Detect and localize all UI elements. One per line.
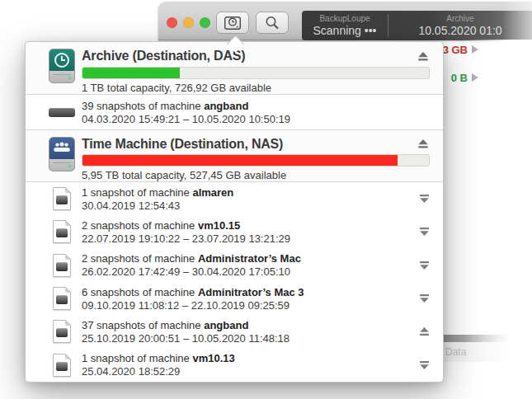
load-snapshots-button[interactable] — [417, 194, 431, 204]
capacity-bar-fill — [82, 155, 398, 166]
snapshot-title: 2 snapshots of machine Administrator’s M… — [82, 251, 417, 265]
snapshot-row-angband[interactable]: 37 snapshots of machine angband 25.10.20… — [26, 315, 443, 348]
machine-name: vm10.15 — [198, 219, 240, 232]
app-status-cell: BackupLoupe Scanning ••• — [302, 11, 388, 40]
load-snapshots-button[interactable] — [417, 261, 431, 270]
snapshot-row-vm10-15[interactable]: 2 snapshots of machine vm10.15 22.07.201… — [26, 215, 443, 248]
machine-name: Adminitrator’s Mac 3 — [198, 286, 304, 298]
edge-fade-overlay — [464, 40, 532, 399]
snapshot-title: 1 snapshot of machine vm10.13 — [82, 351, 417, 365]
snapshot-dates: 26.02.2020 17:42:49 – 30.04.2020 17:05:1… — [82, 265, 417, 279]
window-titlebar: BackupLoupe Scanning ••• Archive 10.05.2… — [158, 2, 532, 40]
network-volume-icon — [49, 137, 75, 171]
search-icon — [263, 14, 281, 32]
snapshot-document-icon — [53, 187, 71, 210]
app-status: Scanning ••• — [313, 24, 377, 37]
snapshot-title: 37 snapshots of machine angband — [82, 318, 417, 332]
snapshot-dates: 22.07.2019 19:10:22 – 23.07.2019 13:21:2… — [82, 232, 417, 246]
snapshot-row-adminitrators-mac-3[interactable]: 6 snapshots of machine Adminitrator’s Ma… — [26, 282, 443, 315]
capacity-label: 1 TB total capacity, 726,92 GB available — [82, 82, 430, 94]
capacity-bar — [82, 67, 430, 79]
destinations-popover: Archive (Destination, DAS) 1 TB total ca… — [25, 41, 444, 383]
capacity-bar-fill — [82, 68, 180, 78]
edge-fade-overlay — [502, 0, 532, 41]
snapshot-document-icon — [53, 220, 71, 243]
destination-status: 10.05.2020 01:0 — [418, 24, 501, 37]
app-title: BackupLoupe — [319, 14, 370, 24]
snapshot-title: 6 snapshots of machine Adminitrator’s Ma… — [82, 285, 417, 299]
zoom-button[interactable] — [200, 17, 210, 28]
capacity-label: 5,95 TB total capacity, 527,45 GB availa… — [82, 169, 430, 181]
time-machine-drive-icon — [223, 14, 242, 32]
machine-row[interactable]: 39 snapshots of machine angband 04.03.20… — [26, 95, 443, 129]
search-toolbar-button[interactable] — [256, 12, 289, 34]
unload-snapshots-button[interactable] — [417, 326, 431, 336]
close-button[interactable] — [167, 17, 177, 28]
load-snapshots-button[interactable] — [417, 293, 431, 303]
snapshot-row-vm10-13[interactable]: 1 snapshot of machine vm10.13 25.04.2020… — [26, 349, 443, 382]
destination-title: Archive (Destination, DAS) — [82, 49, 245, 63]
snapshot-document-icon — [53, 354, 71, 377]
snapshot-row-almaren[interactable]: 1 snapshot of machine almaren 30.04.2019… — [26, 182, 443, 215]
eject-button[interactable] — [417, 50, 430, 62]
machine-name: angband — [204, 319, 248, 331]
destination-header-time-machine[interactable]: Time Machine (Destination, NAS) 5,95 TB … — [26, 129, 443, 182]
snapshot-dates: 04.03.2020 15:49:21 – 10.05.2020 10:50:1… — [82, 113, 417, 126]
snapshot-row-administrators-mac[interactable]: 2 snapshots of machine Administrator’s M… — [26, 249, 443, 282]
eject-button[interactable] — [417, 138, 430, 150]
snapshot-list: 1 snapshot of machine almaren 30.04.2019… — [26, 182, 443, 382]
load-snapshots-button[interactable] — [417, 360, 431, 370]
toolbar-status-display: BackupLoupe Scanning ••• Archive 10.05.2… — [302, 11, 532, 40]
time-machine-toolbar-button[interactable] — [216, 12, 249, 34]
snapshot-dates: 25.10.2019 20:00:51 – 10.05.2020 11:48:1… — [82, 332, 417, 345]
snapshot-document-icon — [53, 287, 71, 310]
snapshot-document-icon — [53, 254, 71, 277]
snapshot-title: 2 snapshots of machine vm10.15 — [82, 218, 417, 232]
snapshot-title: 1 snapshot of machine almaren — [82, 185, 417, 200]
capacity-bar — [82, 154, 430, 167]
snapshot-dates: 09.10.2019 11:08:12 – 22.10.2019 09:25:5… — [82, 299, 417, 312]
snapshot-dates: 30.04.2019 12:54:43 — [82, 200, 417, 213]
destination-title: Archive — [446, 14, 473, 24]
machine-name: vm10.13 — [192, 352, 234, 364]
snapshot-document-icon — [53, 320, 71, 343]
minimize-button[interactable] — [183, 17, 194, 28]
snapshot-dates: 25.04.2020 18:52:29 — [82, 365, 417, 378]
machine-name: almaren — [192, 186, 233, 199]
machine-name: angband — [204, 100, 248, 112]
machine-name: Administrator’s Mac — [198, 252, 301, 265]
snapshot-title: 39 snapshots of machine angband — [82, 99, 417, 113]
mac-mini-icon — [49, 108, 75, 117]
time-machine-volume-icon — [49, 49, 75, 83]
destination-title: Time Machine (Destination, NAS) — [82, 137, 283, 152]
load-snapshots-button[interactable] — [417, 227, 431, 237]
